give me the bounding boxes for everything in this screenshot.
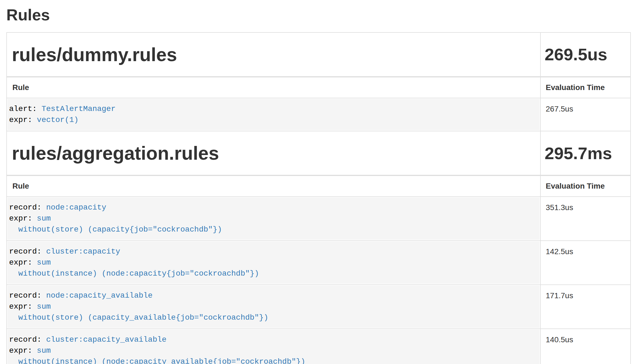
rule-eval-time: 171.7us xyxy=(540,285,631,329)
group-header-row: rules/dummy.rules 269.5us xyxy=(7,32,631,77)
rule-eval-time: 267.5us xyxy=(540,98,631,131)
rule-code-line: expr: sum without(store) (capacity_avail… xyxy=(9,301,537,323)
rule-code-line: record: node:capacity_available xyxy=(9,290,537,301)
rule-key-label: record: xyxy=(9,203,46,212)
rule-expr-link[interactable]: sum without(instance) (node:capacity_ava… xyxy=(9,346,305,364)
rule-key-label: record: xyxy=(9,247,46,256)
rule-code-line: record: cluster:capacity xyxy=(9,246,537,257)
rule-expr-link[interactable]: sum without(store) (capacity{job="cockro… xyxy=(9,214,222,234)
rule-key-label: record: xyxy=(9,291,46,300)
time-column-header: Evaluation Time xyxy=(540,175,631,197)
rule-cell: record: node:capacity expr: sum without(… xyxy=(7,197,540,241)
rule-eval-time: 140.5us xyxy=(540,329,631,364)
rule-expr-label: expr: xyxy=(9,214,37,223)
rule-cell: record: cluster:capacity_available expr:… xyxy=(7,329,540,364)
rule-row: record: node:capacity expr: sum without(… xyxy=(7,197,631,241)
rule-target-link[interactable]: node:capacity_available xyxy=(46,291,152,300)
rule-row: record: cluster:capacity expr: sum witho… xyxy=(7,241,631,285)
rule-row: record: cluster:capacity_available expr:… xyxy=(7,329,631,364)
rule-code-line: expr: sum without(instance) (node:capaci… xyxy=(9,257,537,279)
page-title: Rules xyxy=(6,6,631,24)
group-eval-time: 295.7ms xyxy=(540,131,631,175)
rule-code: alert: TestAlertManager expr: vector(1) xyxy=(7,99,540,130)
rule-column-header: Rule xyxy=(7,77,540,98)
rule-expr-label: expr: xyxy=(9,116,37,124)
rule-target-link[interactable]: cluster:capacity xyxy=(46,247,120,256)
rule-eval-time: 351.3us xyxy=(540,197,631,241)
rules-table: rules/dummy.rules 269.5us Rule Evaluatio… xyxy=(6,32,631,364)
rule-eval-time: 142.5us xyxy=(540,241,631,285)
rule-target-link[interactable]: cluster:capacity_available xyxy=(46,335,166,344)
rule-code-line: record: cluster:capacity_available xyxy=(9,334,537,345)
rule-code: record: cluster:capacity expr: sum witho… xyxy=(7,241,540,284)
rule-expr-link[interactable]: sum without(store) (capacity_available{j… xyxy=(9,302,268,322)
rule-cell: record: cluster:capacity expr: sum witho… xyxy=(7,241,540,285)
rule-code-line: expr: vector(1) xyxy=(9,115,537,126)
rule-expr-link[interactable]: vector(1) xyxy=(37,116,79,124)
rule-row: alert: TestAlertManager expr: vector(1) … xyxy=(7,98,631,131)
group-name: rules/aggregation.rules xyxy=(7,131,540,175)
rule-code: record: node:capacity_available expr: su… xyxy=(7,286,540,328)
rule-expr-label: expr: xyxy=(9,258,37,267)
rule-code-line: expr: sum without(instance) (node:capaci… xyxy=(9,345,537,364)
column-header-row: Rule Evaluation Time xyxy=(7,175,631,197)
rule-code: record: node:capacity expr: sum without(… xyxy=(7,197,540,240)
rule-code-line: alert: TestAlertManager xyxy=(9,104,537,115)
rule-code-line: expr: sum without(store) (capacity{job="… xyxy=(9,213,537,235)
rule-target-link[interactable]: TestAlertManager xyxy=(42,105,116,113)
rule-row: record: node:capacity_available expr: su… xyxy=(7,285,631,329)
group-eval-time: 269.5us xyxy=(540,32,631,77)
rule-code: record: cluster:capacity_available expr:… xyxy=(7,330,540,364)
rule-cell: record: node:capacity_available expr: su… xyxy=(7,285,540,329)
rule-key-label: alert: xyxy=(9,105,42,113)
rule-expr-link[interactable]: sum without(instance) (node:capacity{job… xyxy=(9,258,259,278)
rule-column-header: Rule xyxy=(7,175,540,197)
group-header-row: rules/aggregation.rules 295.7ms xyxy=(7,131,631,175)
rules-page: Rules rules/dummy.rules 269.5us Rule Eva… xyxy=(0,6,638,364)
rule-code-line: record: node:capacity xyxy=(9,202,537,213)
column-header-row: Rule Evaluation Time xyxy=(7,77,631,98)
rule-cell: alert: TestAlertManager expr: vector(1) xyxy=(7,98,540,131)
rule-key-label: record: xyxy=(9,335,46,344)
rule-expr-label: expr: xyxy=(9,346,37,355)
rule-target-link[interactable]: node:capacity xyxy=(46,203,106,212)
rule-expr-label: expr: xyxy=(9,302,37,311)
group-name: rules/dummy.rules xyxy=(7,32,540,77)
time-column-header: Evaluation Time xyxy=(540,77,631,98)
